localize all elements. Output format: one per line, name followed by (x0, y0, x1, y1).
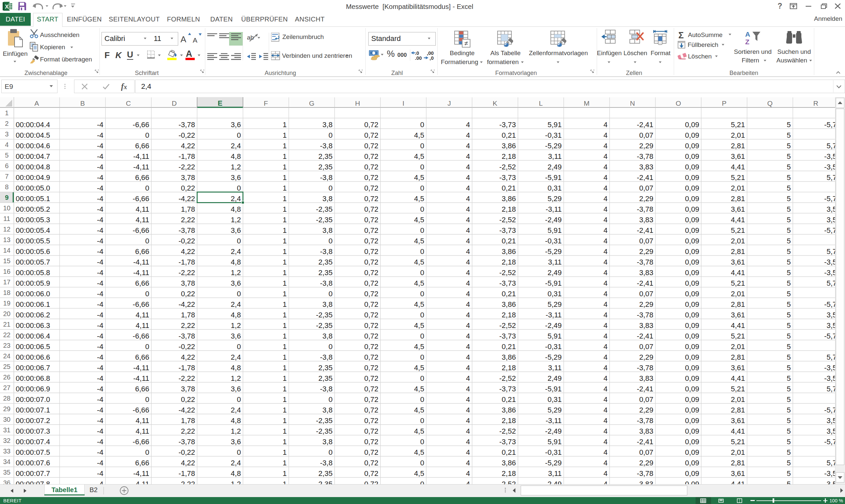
svg-text:4: 4 (603, 205, 607, 213)
svg-text:4: 4 (466, 480, 470, 484)
svg-text:2,29: 2,29 (639, 247, 653, 256)
svg-text:3,6: 3,6 (231, 279, 241, 287)
svg-text:0,07: 0,07 (639, 237, 653, 245)
svg-text:0,31: 0,31 (548, 290, 562, 298)
svg-text:2,18: 2,18 (502, 311, 516, 319)
svg-text:-4: -4 (97, 121, 103, 129)
svg-text:0,09: 0,09 (685, 427, 699, 435)
svg-text:-4: -4 (97, 395, 103, 403)
svg-text:1,2: 1,2 (231, 269, 241, 277)
svg-text:-3,11: -3,11 (546, 205, 562, 213)
svg-text:4: 4 (466, 427, 470, 435)
svg-text:-4: -4 (97, 279, 103, 287)
svg-text:0: 0 (237, 395, 241, 403)
svg-text:-2,22: -2,22 (178, 480, 195, 484)
svg-text:2,35: 2,35 (318, 269, 332, 277)
svg-text:I: I (402, 100, 404, 107)
svg-text:4: 4 (466, 311, 470, 319)
svg-text:0,07: 0,07 (639, 448, 653, 456)
svg-text:3,83: 3,83 (639, 216, 653, 224)
svg-text:1: 1 (283, 152, 287, 161)
svg-text:-2,35: -2,35 (316, 311, 332, 319)
svg-text:4,5: 4,5 (414, 406, 425, 414)
svg-text:2,18: 2,18 (502, 205, 516, 213)
svg-text:4,5: 4,5 (414, 364, 425, 372)
svg-text:2,81: 2,81 (731, 406, 745, 414)
svg-text:8: 8 (5, 183, 8, 191)
svg-text:6,66: 6,66 (135, 459, 150, 467)
svg-text:L: L (539, 100, 543, 107)
svg-text:3,86: 3,86 (502, 406, 516, 414)
svg-text:-4,11: -4,11 (133, 269, 150, 277)
svg-text:0: 0 (145, 342, 149, 351)
svg-text:4,5: 4,5 (414, 427, 425, 435)
svg-text:4: 4 (5, 141, 8, 148)
svg-text:0,07: 0,07 (639, 290, 653, 298)
svg-text:36: 36 (3, 479, 10, 484)
svg-text:0,21: 0,21 (502, 237, 516, 245)
svg-text:-3,78: -3,78 (637, 416, 653, 425)
svg-text:0,09: 0,09 (685, 300, 699, 308)
svg-text:0,72: 0,72 (364, 364, 379, 372)
svg-text:0,21: 0,21 (502, 184, 516, 192)
svg-text:0: 0 (420, 121, 424, 129)
svg-text:4,5: 4,5 (414, 258, 425, 266)
svg-text:1: 1 (283, 364, 287, 372)
svg-text:16: 16 (3, 268, 10, 275)
svg-text:-2,35: -2,35 (316, 205, 332, 213)
svg-text:0,09: 0,09 (685, 131, 699, 139)
svg-text:2: 2 (5, 120, 8, 127)
svg-text:23: 23 (3, 342, 10, 349)
svg-text:-3,8: -3,8 (320, 385, 332, 393)
svg-text:00:00:06.8: 00:00:06.8 (16, 374, 50, 382)
svg-text:4: 4 (603, 395, 607, 403)
svg-text:5: 5 (787, 427, 791, 435)
svg-text:-4: -4 (97, 448, 103, 456)
svg-text:5: 5 (787, 269, 791, 277)
svg-text:R: R (813, 100, 818, 107)
svg-text:-5,91: -5,91 (545, 385, 562, 393)
svg-text:-4: -4 (97, 416, 103, 425)
svg-text:4: 4 (466, 374, 470, 382)
svg-text:Q: Q (767, 100, 773, 107)
svg-text:0,09: 0,09 (685, 342, 699, 351)
svg-text:-3,78: -3,78 (637, 469, 653, 478)
svg-text:2,01: 2,01 (731, 395, 745, 403)
svg-text:6,66: 6,66 (135, 247, 150, 256)
svg-text:P: P (722, 100, 726, 107)
svg-text:2,35: 2,35 (318, 374, 332, 382)
svg-text:1: 1 (283, 332, 287, 340)
svg-text:0,09: 0,09 (685, 469, 699, 478)
svg-text:0,72: 0,72 (364, 385, 379, 393)
svg-text:5,91: 5,91 (548, 226, 562, 234)
svg-text:-6,66: -6,66 (133, 332, 149, 340)
svg-text:0,07: 0,07 (639, 131, 653, 139)
svg-text:4: 4 (603, 342, 607, 351)
svg-text:0,72: 0,72 (364, 226, 379, 234)
svg-text:1: 1 (283, 311, 287, 319)
svg-text:-3,8: -3,8 (320, 279, 332, 287)
svg-text:-4,11: -4,11 (133, 163, 150, 171)
svg-text:5: 5 (787, 131, 791, 139)
svg-text:1: 1 (283, 342, 287, 351)
svg-text:-3,8: -3,8 (320, 353, 332, 361)
svg-text:3,83: 3,83 (639, 269, 653, 277)
svg-text:4: 4 (466, 300, 470, 308)
svg-text:-2,49: -2,49 (545, 321, 562, 330)
svg-text:-4: -4 (97, 163, 103, 171)
svg-text:4: 4 (603, 237, 607, 245)
svg-text:J: J (447, 100, 451, 107)
svg-text:B: B (80, 100, 85, 107)
svg-text:3,6: 3,6 (231, 332, 241, 340)
svg-text:3,8: 3,8 (322, 195, 332, 203)
svg-text:4,41: 4,41 (731, 480, 745, 484)
svg-text:-3,73: -3,73 (499, 385, 516, 393)
svg-text:4: 4 (466, 416, 470, 425)
svg-text:4: 4 (603, 459, 607, 467)
svg-text:3,61: 3,61 (731, 364, 745, 372)
svg-text:19: 19 (3, 300, 10, 307)
svg-text:0,72: 0,72 (364, 311, 379, 319)
svg-text:-4: -4 (97, 321, 103, 330)
svg-text:5: 5 (787, 300, 791, 308)
svg-text:0: 0 (329, 237, 332, 245)
